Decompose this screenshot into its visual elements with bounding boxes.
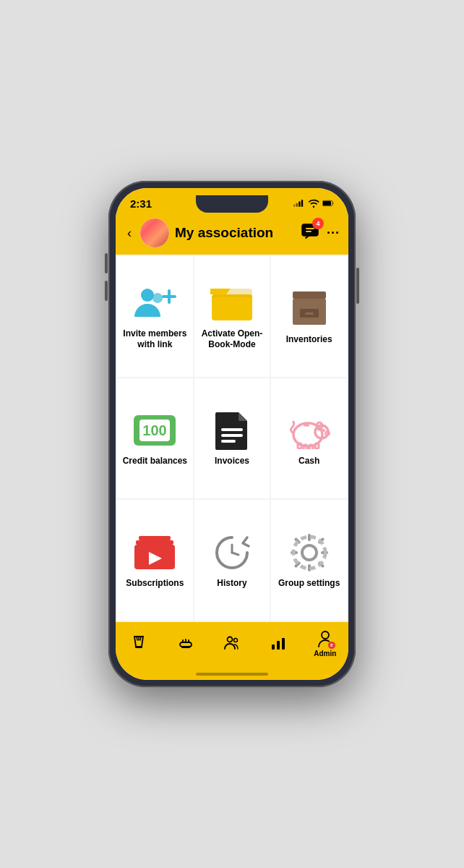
avatar[interactable] bbox=[140, 218, 169, 247]
svg-rect-24 bbox=[221, 440, 236, 443]
svg-rect-5 bbox=[323, 201, 331, 205]
svg-rect-2 bbox=[298, 202, 300, 207]
svg-point-45 bbox=[234, 639, 238, 642]
app-header: ‹ My association 4 bbox=[116, 214, 348, 255]
invite-members-label: Invite members with link bbox=[121, 328, 189, 351]
svg-point-49 bbox=[322, 631, 329, 639]
stats-icon bbox=[270, 634, 287, 652]
open-book-mode-label: Activate Open-Book-Mode bbox=[199, 328, 266, 351]
subscriptions-icon bbox=[132, 533, 178, 572]
grid-item-cash[interactable]: Cash bbox=[271, 378, 347, 499]
grid-item-history[interactable]: History bbox=[194, 500, 270, 621]
subscriptions-label: Subscriptions bbox=[126, 578, 184, 590]
svg-rect-22 bbox=[221, 428, 243, 431]
grid-item-group-settings[interactable]: Group settings bbox=[271, 500, 347, 621]
tab-admin[interactable]: e Admin bbox=[302, 629, 348, 658]
tab-bar: e Admin bbox=[116, 622, 348, 668]
grid-item-inventories[interactable]: Inventories bbox=[271, 256, 347, 377]
grid-item-invite-members[interactable]: Invite members with link bbox=[117, 256, 193, 377]
svg-rect-23 bbox=[221, 434, 243, 437]
svg-point-44 bbox=[228, 637, 233, 642]
svg-rect-42 bbox=[180, 642, 192, 647]
history-label: History bbox=[217, 578, 246, 590]
status-time: 2:31 bbox=[130, 197, 152, 210]
inventories-label: Inventories bbox=[286, 334, 332, 346]
tab-admin-label: Admin bbox=[314, 650, 336, 658]
cash-icon bbox=[286, 411, 332, 450]
grid-item-invoices[interactable]: Invoices bbox=[194, 378, 270, 499]
tab-members[interactable] bbox=[209, 634, 255, 652]
svg-rect-15 bbox=[293, 292, 326, 299]
svg-line-39 bbox=[232, 553, 239, 555]
svg-rect-36 bbox=[136, 540, 173, 545]
invoices-label: Invoices bbox=[215, 456, 249, 467]
wifi-icon bbox=[308, 199, 319, 208]
back-button[interactable]: ‹ bbox=[124, 224, 134, 242]
tab-drinks[interactable] bbox=[116, 634, 162, 652]
battery-icon bbox=[322, 199, 334, 208]
invoices-icon bbox=[209, 411, 255, 450]
credit-balances-icon: 100 bbox=[132, 411, 178, 450]
grid-item-open-book-mode[interactable]: Activate Open-Book-Mode bbox=[194, 256, 270, 377]
grid-item-subscriptions[interactable]: Subscriptions bbox=[117, 500, 193, 621]
people-icon bbox=[223, 634, 241, 652]
svg-rect-41 bbox=[135, 647, 142, 648]
svg-rect-29 bbox=[298, 443, 301, 448]
tab-stats[interactable] bbox=[255, 634, 301, 652]
invite-members-icon bbox=[132, 284, 178, 323]
svg-text:100: 100 bbox=[143, 422, 167, 438]
cash-label: Cash bbox=[298, 456, 319, 467]
svg-rect-3 bbox=[301, 200, 303, 207]
credit-balances-label: Credit balances bbox=[123, 456, 187, 467]
svg-rect-14 bbox=[212, 294, 252, 320]
header-actions: 4 ··· bbox=[301, 222, 340, 244]
svg-point-11 bbox=[152, 293, 163, 303]
svg-rect-8 bbox=[306, 228, 314, 229]
svg-rect-28 bbox=[304, 425, 309, 427]
svg-rect-1 bbox=[296, 203, 298, 207]
more-button[interactable]: ··· bbox=[327, 226, 340, 241]
page-title: My association bbox=[175, 225, 295, 241]
svg-point-33 bbox=[322, 429, 325, 432]
group-settings-label: Group settings bbox=[278, 578, 340, 590]
svg-rect-0 bbox=[293, 205, 295, 207]
signal-icon bbox=[293, 199, 305, 208]
cup-icon bbox=[130, 634, 147, 652]
history-icon bbox=[209, 533, 255, 572]
svg-rect-32 bbox=[315, 443, 319, 448]
tab-food[interactable] bbox=[162, 634, 208, 652]
svg-rect-9 bbox=[306, 231, 312, 232]
svg-rect-48 bbox=[282, 638, 285, 650]
grid-item-credit-balances[interactable]: 100 Credit balances bbox=[117, 378, 193, 499]
open-book-mode-icon bbox=[209, 284, 255, 323]
svg-rect-47 bbox=[277, 641, 280, 650]
svg-rect-46 bbox=[272, 644, 275, 650]
group-settings-icon bbox=[286, 533, 332, 572]
inventories-icon bbox=[286, 289, 332, 328]
status-icons bbox=[293, 199, 334, 208]
home-indicator bbox=[116, 668, 348, 680]
svg-rect-43 bbox=[181, 647, 190, 648]
svg-rect-18 bbox=[305, 312, 314, 315]
svg-rect-35 bbox=[139, 536, 171, 540]
food-icon bbox=[177, 634, 194, 652]
chat-button[interactable]: 4 bbox=[301, 222, 319, 244]
svg-point-10 bbox=[141, 289, 154, 302]
notification-badge: 4 bbox=[312, 218, 324, 229]
menu-grid: Invite members with link Activate Open-B… bbox=[116, 255, 348, 622]
